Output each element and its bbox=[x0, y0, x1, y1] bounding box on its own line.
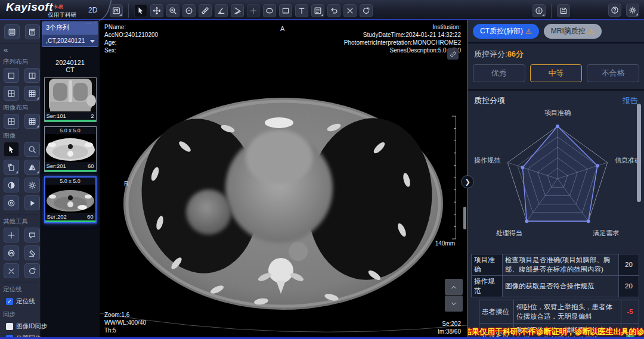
layout-1-icon[interactable] bbox=[4, 68, 19, 83]
checkbox-icon[interactable]: ✓ bbox=[6, 323, 13, 330]
qc-subscores-header: 质控分项 报告 bbox=[468, 91, 644, 106]
dicom-qc-app: Kayisoft卡易 仅用于科研 2D bbox=[0, 0, 644, 339]
series-thumbnail-101[interactable]: Ser:101 2 bbox=[44, 77, 97, 122]
report-panel-icon[interactable] bbox=[25, 24, 41, 39]
report-link[interactable]: 报告 bbox=[623, 95, 638, 106]
grade-fail-button[interactable]: 不合格 bbox=[587, 64, 639, 82]
link-icon[interactable] bbox=[447, 48, 459, 60]
stack-scroll-arrows bbox=[445, 279, 463, 312]
layout-3x3-icon[interactable] bbox=[24, 86, 40, 101]
sidebar-collapse-toggle[interactable]: « bbox=[0, 43, 40, 55]
tool-circle-dot[interactable] bbox=[182, 4, 196, 17]
tool-crosshair[interactable] bbox=[247, 4, 260, 17]
load-progress-bar bbox=[45, 170, 96, 172]
series-thumbnail-202[interactable]: 5.0 x 5.0 Ser:202 60 bbox=[44, 176, 97, 223]
score-value: 86分 bbox=[507, 49, 524, 58]
image-count: 60 bbox=[87, 213, 94, 220]
research-disclaimer-marquee: 结果仅用于科研,不作诊断证明，诊断以医生出具的诊断 bbox=[468, 326, 644, 338]
tool-angle[interactable] bbox=[215, 4, 228, 17]
checkbox-icon[interactable]: ✓ bbox=[6, 298, 13, 305]
scroll-up-button[interactable] bbox=[445, 279, 463, 295]
tool-pan[interactable] bbox=[150, 4, 163, 17]
panel-expand-handle[interactable]: ❯ bbox=[461, 175, 474, 188]
crosshair-icon[interactable] bbox=[4, 228, 19, 242]
rotate-icon[interactable] bbox=[4, 160, 19, 175]
toolbar-right-group bbox=[532, 4, 570, 18]
radar-chart-svg: 项目准确信息准确满足需求处理得当操作规范 bbox=[468, 106, 644, 253]
study-dropdown[interactable]: ,CT,20240121 bbox=[42, 34, 98, 46]
grade-excellent-button[interactable]: 优秀 bbox=[473, 64, 525, 82]
overlay-series-image-counter: Se:202 Im:38/60 bbox=[438, 320, 461, 335]
series-number: Ser:101 bbox=[47, 113, 66, 119]
qc-score-table: 项目准确 检查项目是否准确(项目如脑部、胸部、腹部是否在标准的范围内容) 20 … bbox=[471, 254, 639, 297]
overlay-study-info: Institusion: StudyDateTime:2024-01-21 14… bbox=[344, 23, 461, 54]
series-panel-icon[interactable] bbox=[4, 24, 20, 39]
svg-text:满足需求: 满足需求 bbox=[593, 229, 619, 237]
tool-ruler[interactable] bbox=[199, 4, 212, 17]
series-panel: 3个序列 ,CT,20240121 , 20240121 CT Ser:10 bbox=[41, 20, 100, 339]
section-title: 质控分项 bbox=[474, 95, 505, 106]
image-viewport[interactable]: PName: AccNO:2401210200 Age: Sex: Instit… bbox=[100, 20, 467, 339]
tool-image-annotation[interactable] bbox=[311, 4, 324, 17]
top-toolbar: Kayisoft卡易 仅用于科研 2D bbox=[0, 0, 644, 20]
checkbox-localizer[interactable]: ✓ 定位线 bbox=[0, 296, 40, 307]
brand-suffix: 卡易 bbox=[53, 4, 63, 10]
grade-medium-button[interactable]: 中等 bbox=[530, 64, 583, 82]
settings-gear-button[interactable] bbox=[626, 4, 639, 17]
tool-ellipse[interactable] bbox=[263, 4, 276, 17]
tool-cobb-angle[interactable] bbox=[231, 4, 244, 17]
series-thumbnail-201[interactable]: 5.0 x 5.0 Ser:201 60 bbox=[44, 126, 97, 172]
tool-text[interactable] bbox=[295, 4, 308, 17]
layout-2x2-icon[interactable] bbox=[4, 114, 19, 129]
tool-rectangle[interactable] bbox=[279, 4, 292, 17]
play-icon[interactable] bbox=[24, 195, 40, 210]
stack-scrollbar-thumb[interactable] bbox=[463, 207, 466, 229]
layout-2x2-icon[interactable] bbox=[4, 86, 19, 101]
stamp-icon[interactable] bbox=[4, 245, 19, 260]
tool-2d-layout[interactable] bbox=[110, 4, 123, 17]
brand-name: Kayisoft bbox=[6, 1, 53, 13]
eraser-icon[interactable] bbox=[24, 245, 40, 260]
target-icon[interactable] bbox=[4, 195, 19, 210]
tab-mri-qc[interactable]: MRI脑质控 ⚠ bbox=[544, 24, 602, 39]
series-number: Ser:202 bbox=[47, 213, 67, 220]
layout-3x3-icon[interactable] bbox=[24, 114, 40, 129]
tool-undo[interactable] bbox=[327, 4, 340, 17]
series-number: Ser:201 bbox=[47, 163, 66, 169]
scroll-down-button[interactable] bbox=[445, 296, 463, 312]
panel-scrollbar-thumb[interactable] bbox=[637, 104, 641, 202]
clear-icon[interactable] bbox=[4, 263, 19, 278]
warning-icon: ⚠ bbox=[525, 28, 532, 35]
table-row: 操作规范 图像的获取是否符合操作规范 20 bbox=[472, 276, 639, 297]
pointer-icon[interactable] bbox=[4, 142, 19, 157]
tool-delete[interactable] bbox=[343, 4, 357, 17]
orientation-marker-anterior: A bbox=[280, 25, 284, 33]
radar-chart: 项目准确信息准确满足需求处理得当操作规范 bbox=[468, 106, 644, 253]
toolbar-tools bbox=[110, 4, 373, 18]
overlay-zoom-window: Zoom:1.6 WW/WL:400/40 Th:5 bbox=[104, 311, 146, 334]
help-button[interactable] bbox=[608, 4, 621, 17]
flip-horizontal-icon[interactable] bbox=[24, 160, 40, 175]
axial-thumbnail-image bbox=[45, 134, 96, 162]
magnifier-icon[interactable] bbox=[24, 142, 40, 157]
layout-1x2-icon[interactable] bbox=[24, 68, 40, 83]
info-button[interactable] bbox=[532, 4, 546, 17]
brightness-icon[interactable] bbox=[24, 178, 40, 192]
tool-reset[interactable] bbox=[360, 4, 373, 17]
series-header: 3个序列 ,CT,20240121 bbox=[42, 21, 98, 47]
deduction-score: -5 bbox=[621, 300, 639, 324]
reset-icon[interactable] bbox=[24, 263, 40, 278]
save-button[interactable] bbox=[557, 4, 570, 17]
tool-pointer[interactable] bbox=[134, 4, 147, 17]
mode-label: 2D bbox=[88, 6, 97, 14]
left-sidebar: « 序列布局 图像布局 图像 其他工具 bbox=[0, 20, 41, 339]
invert-icon[interactable] bbox=[4, 178, 19, 192]
series-group-label: , 20240121 CT bbox=[41, 52, 100, 73]
checkbox-image-id-sync[interactable]: ✓ 图像ID同步 bbox=[0, 321, 40, 332]
comment-icon[interactable] bbox=[24, 228, 40, 242]
other-tools-grid bbox=[0, 228, 40, 278]
svg-text:操作规范: 操作规范 bbox=[474, 157, 500, 164]
tab-ct-qc[interactable]: CT质控(肺部) ⚠ bbox=[473, 24, 539, 39]
tool-zoom-in[interactable] bbox=[166, 4, 179, 17]
grade-buttons: 优秀 中等 不合格 bbox=[468, 60, 644, 89]
